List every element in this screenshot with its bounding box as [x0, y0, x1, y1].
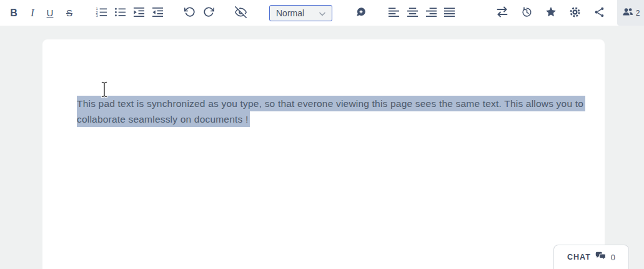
italic-button[interactable]: I: [23, 0, 42, 26]
users-icon: [622, 6, 634, 20]
outdent-icon: [152, 6, 164, 20]
undo-icon: [184, 6, 196, 19]
chat-label: CHAT: [567, 253, 591, 261]
align-center-icon: [407, 6, 419, 20]
star-icon: [545, 6, 557, 20]
pad-text-line: collaborate seamlessly on documents !: [77, 111, 250, 127]
eye-off-icon: [235, 6, 247, 20]
comment-plus-icon: [355, 6, 367, 19]
pad-text-line: This pad text is synchronized as you typ…: [77, 96, 585, 111]
ordered-list-button[interactable]: 1 2 3: [92, 0, 111, 26]
gear-icon: [569, 6, 581, 20]
hide-authorship-button[interactable]: [231, 0, 250, 26]
chevron-down-icon: [319, 8, 325, 19]
pad-app: B I U S 1 2 3: [0, 0, 644, 269]
style-select-value: Normal: [276, 8, 319, 18]
style-select[interactable]: Normal: [269, 5, 332, 21]
unordered-list-button[interactable]: [111, 0, 129, 26]
align-justify-button[interactable]: [440, 0, 458, 26]
favorite-button[interactable]: [542, 0, 560, 26]
redo-icon: [203, 6, 214, 19]
svg-text:3: 3: [96, 14, 97, 18]
share-button[interactable]: [590, 0, 608, 26]
align-justify-icon: [443, 6, 455, 20]
pad-text[interactable]: This pad text is synchronized as you typ…: [77, 96, 585, 127]
chat-count: 0: [611, 253, 615, 262]
toolbar: B I U S 1 2 3: [0, 0, 644, 26]
swap-arrows-icon: [496, 6, 508, 20]
bold-button[interactable]: B: [4, 0, 23, 26]
history-icon: [521, 6, 533, 20]
pad-document[interactable]: This pad text is synchronized as you typ…: [42, 39, 605, 269]
share-icon: [593, 6, 605, 20]
chat-bubbles-icon: [595, 251, 607, 263]
chat-toggle[interactable]: CHAT 0: [553, 245, 629, 269]
redo-button[interactable]: [199, 0, 218, 26]
ordered-list-icon: 1 2 3: [96, 6, 107, 20]
bold-icon: B: [10, 8, 17, 19]
settings-button[interactable]: [565, 0, 584, 26]
import-export-button[interactable]: [493, 0, 512, 26]
align-center-button[interactable]: [403, 0, 422, 26]
outdent-button[interactable]: [148, 0, 167, 26]
italic-icon: I: [31, 8, 34, 19]
add-comment-button[interactable]: [352, 0, 370, 26]
connected-users-button[interactable]: 2: [617, 0, 644, 26]
users-count: 2: [636, 9, 640, 18]
strikethrough-button[interactable]: S: [60, 0, 79, 26]
underline-button[interactable]: U: [41, 0, 59, 26]
unordered-list-icon: [114, 6, 126, 20]
strikethrough-icon: S: [66, 8, 72, 18]
undo-button[interactable]: [181, 0, 199, 26]
align-right-button[interactable]: [422, 0, 440, 26]
indent-icon: [133, 6, 145, 20]
underline-icon: U: [47, 8, 54, 18]
align-right-icon: [425, 6, 437, 20]
history-button[interactable]: [517, 0, 536, 26]
align-left-button[interactable]: [384, 0, 403, 26]
indent-button[interactable]: [129, 0, 148, 26]
align-left-icon: [388, 6, 400, 20]
